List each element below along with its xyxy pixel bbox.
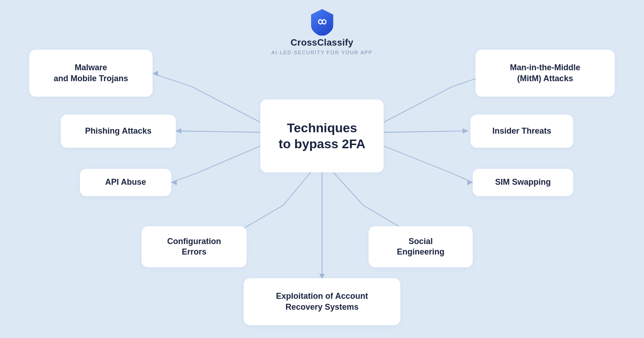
header: CrossClassify AI-LED SECURITY FOR YOUR A… [271, 8, 372, 55]
node-phishing: Phishing Attacks [61, 114, 176, 148]
node-config-text: ConfigurationErrors [167, 236, 221, 258]
node-sim-text: SIM Swapping [495, 177, 551, 187]
svg-marker-20 [467, 180, 473, 185]
svg-marker-15 [153, 71, 158, 76]
center-box: Techniquesto bypass 2FA [260, 99, 384, 172]
node-insider-text: Insider Threats [492, 126, 551, 136]
svg-line-12 [333, 172, 363, 205]
center-text: Techniquesto bypass 2FA [279, 120, 365, 152]
svg-line-1 [153, 73, 192, 87]
node-social: SocialEngineering [369, 226, 473, 267]
node-exploit: Exploitation of AccountRecovery Systems [244, 278, 401, 325]
brand-name: CrossClassify [290, 37, 353, 48]
logo-icon [310, 8, 334, 36]
node-phishing-text: Phishing Attacks [85, 126, 151, 136]
brand-tagline: AI-LED SECURITY FOR YOUR APP [271, 50, 372, 55]
svg-line-5 [384, 87, 452, 122]
svg-line-8 [384, 146, 452, 173]
node-api-text: API Abuse [105, 177, 146, 187]
svg-line-0 [192, 87, 260, 122]
node-mitm: Man-in-the-Middle(MitM) Attacks [475, 50, 615, 97]
svg-marker-19 [463, 128, 468, 134]
node-sim: SIM Swapping [473, 169, 573, 196]
node-config: ConfigurationErrors [142, 226, 247, 267]
svg-line-2 [176, 131, 260, 132]
node-insider: Insider Threats [470, 114, 573, 148]
node-api: API Abuse [80, 169, 171, 196]
svg-line-9 [452, 173, 473, 182]
diagram-container: CrossClassify AI-LED SECURITY FOR YOUR A… [0, 0, 644, 338]
node-malware-text: Malwareand Mobile Trojans [53, 62, 128, 84]
node-mitm-text: Man-in-the-Middle(MitM) Attacks [510, 62, 581, 84]
node-social-text: SocialEngineering [397, 236, 444, 258]
svg-line-7 [384, 131, 468, 132]
svg-line-3 [196, 146, 260, 173]
node-malware: Malwareand Mobile Trojans [29, 50, 153, 97]
svg-marker-16 [176, 128, 181, 134]
svg-line-4 [171, 173, 196, 182]
node-exploit-text: Exploitation of AccountRecovery Systems [276, 291, 368, 312]
svg-marker-17 [171, 180, 177, 185]
svg-line-10 [283, 172, 311, 205]
